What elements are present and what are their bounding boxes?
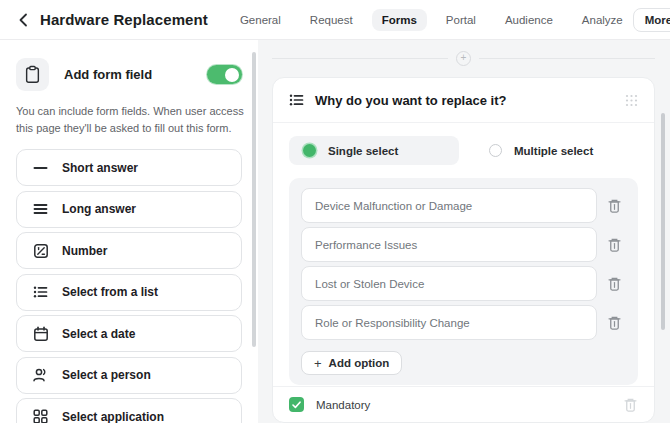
add-option-label: Add option: [329, 357, 390, 369]
tab-analyze[interactable]: Analyze: [572, 9, 633, 31]
delete-option-button[interactable]: [601, 237, 627, 253]
mandatory-label: Mandatory: [316, 399, 370, 411]
back-button[interactable]: [14, 11, 32, 29]
checkmark-icon: [292, 401, 301, 409]
toggle-knob: [225, 68, 239, 82]
number-icon: [32, 243, 49, 259]
field-type-label: Select application: [62, 410, 164, 423]
field-type-long-answer[interactable]: Long answer: [16, 191, 242, 228]
question-card-footer: Mandatory: [273, 386, 654, 422]
select-mode-row: Single select Multiple select: [289, 136, 638, 165]
divider-line: [479, 58, 655, 59]
mode-label: Single select: [328, 145, 398, 157]
mode-label: Multiple select: [514, 145, 593, 157]
sidebar-scrollbar[interactable]: [252, 52, 256, 347]
delete-option-button[interactable]: [601, 276, 627, 292]
option-input-1[interactable]: [301, 188, 597, 223]
plus-icon: +: [461, 53, 467, 63]
sidebar-header: Add form field: [16, 58, 242, 91]
select-list-icon: [289, 93, 304, 107]
tab-general[interactable]: General: [230, 9, 291, 31]
question-card-header: Why do you want to replace it?: [273, 78, 654, 123]
tab-bar: General Request Forms Portal Audience An…: [230, 9, 633, 31]
single-select-option[interactable]: Single select: [289, 136, 459, 165]
chevron-left-icon: [19, 13, 28, 27]
sidebar-title: Add form field: [64, 67, 152, 82]
option-row: [301, 188, 627, 223]
field-type-label: Select from a list: [62, 285, 158, 299]
field-type-select-application[interactable]: Select application: [16, 398, 242, 423]
main-scrollbar[interactable]: [661, 113, 665, 330]
field-type-label: Select a person: [62, 368, 151, 382]
tab-request[interactable]: Request: [300, 9, 363, 31]
field-type-label: Long answer: [62, 202, 136, 216]
person-icon: [32, 367, 49, 383]
option-input-4[interactable]: [301, 305, 597, 340]
tab-forms[interactable]: Forms: [372, 9, 427, 31]
option-row: [301, 227, 627, 262]
plus-icon: +: [314, 357, 322, 370]
form-field-sidebar: Add form field You can include form fiel…: [0, 40, 258, 423]
mandatory-checkbox[interactable]: [289, 397, 304, 412]
field-type-select-list[interactable]: Select from a list: [16, 274, 242, 311]
delete-option-button[interactable]: [601, 198, 627, 214]
more-button[interactable]: More: [633, 8, 670, 32]
add-option-button[interactable]: + Add option: [301, 351, 402, 375]
drag-handle-icon[interactable]: [625, 94, 638, 107]
page-title: Hardware Replacement: [40, 11, 208, 28]
top-bar: Hardware Replacement General Request For…: [0, 0, 670, 40]
field-type-label: Short answer: [62, 161, 138, 175]
form-editor-canvas: + Why do you want to replace it?: [258, 40, 670, 423]
radio-unselected-icon: [489, 144, 502, 157]
long-answer-icon: [32, 202, 49, 216]
tab-portal[interactable]: Portal: [436, 9, 486, 31]
option-input-3[interactable]: [301, 266, 597, 301]
delete-option-button[interactable]: [601, 315, 627, 331]
option-row: [301, 305, 627, 340]
tab-audience[interactable]: Audience: [495, 9, 563, 31]
select-list-icon: [32, 285, 49, 299]
delete-question-button[interactable]: [623, 397, 638, 413]
option-input-2[interactable]: [301, 227, 597, 262]
more-button-label: More: [645, 14, 670, 26]
calendar-icon: [32, 326, 49, 342]
answer-options-box: + Add option: [289, 178, 638, 385]
field-type-select-person[interactable]: Select a person: [16, 357, 242, 394]
multiple-select-option[interactable]: Multiple select: [475, 136, 607, 165]
option-row: [301, 266, 627, 301]
content-area: Add form field You can include form fiel…: [0, 40, 670, 423]
question-card: Why do you want to replace it? Single se…: [272, 77, 655, 423]
field-type-list: Short answer Long answer: [16, 149, 242, 423]
divider-line: [272, 58, 448, 59]
clipboard-icon-box: [16, 58, 49, 91]
add-form-field-toggle[interactable]: [207, 65, 242, 84]
field-type-select-date[interactable]: Select a date: [16, 315, 242, 352]
field-type-label: Number: [62, 244, 107, 258]
field-type-label: Select a date: [62, 327, 135, 341]
radio-selected-icon: [303, 144, 316, 157]
field-type-short-answer[interactable]: Short answer: [16, 149, 242, 186]
sidebar-description: You can include form fields. When user a…: [16, 103, 244, 136]
top-bar-actions: More Save: [633, 8, 670, 32]
app-grid-icon: [32, 409, 49, 423]
insert-field-button[interactable]: +: [456, 51, 471, 66]
insert-field-divider: +: [272, 50, 655, 66]
question-title: Why do you want to replace it?: [315, 93, 506, 108]
field-type-number[interactable]: Number: [16, 232, 242, 269]
short-answer-icon: [32, 161, 49, 175]
clipboard-icon: [24, 65, 41, 84]
